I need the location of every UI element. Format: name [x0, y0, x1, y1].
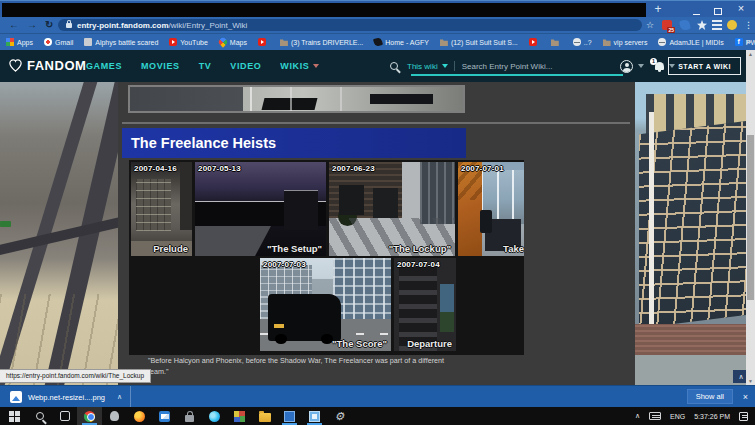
heist-card-the-score[interactable]: 2007-07-03 "The Score" [260, 258, 391, 351]
back-button[interactable]: ← [9, 17, 19, 33]
edge-icon [209, 411, 220, 422]
section-divider [122, 122, 630, 124]
page-scrollbar[interactable]: ▲ ▼ [746, 50, 755, 385]
heist-card-the-lockup[interactable]: 2007-06-23 "The Lockup" [329, 162, 455, 256]
heist-card-departure[interactable]: 2007-07-04 Departure [394, 258, 456, 351]
download-item[interactable]: Webp.net-resizei....png ∧ [10, 386, 122, 408]
menu-icon[interactable]: ⋮ [744, 17, 753, 33]
system-tray: ∧ ENG 5:37:26 PM [635, 407, 755, 425]
notifications-bell-icon[interactable]: 1 [655, 62, 664, 70]
forward-button[interactable]: → [27, 17, 37, 33]
heist-card-the-setup[interactable]: 2007-05-13 "The Setup" [195, 162, 326, 256]
download-expand-icon[interactable]: ∧ [117, 393, 122, 401]
bookmark-item[interactable]: Apps [6, 38, 33, 46]
bookmark-item[interactable]: Home - AGFY [374, 38, 429, 46]
taskbar-colorful-app-button[interactable] [227, 407, 252, 425]
bookmark-item[interactable]: vip servers [603, 38, 648, 46]
facebook-icon [735, 38, 743, 46]
bookmark-item[interactable] [551, 38, 562, 46]
list-extension-icon[interactable] [712, 20, 722, 30]
tab-strip-redacted[interactable] [2, 3, 646, 18]
article-image-partial[interactable] [128, 85, 465, 113]
close-shelf-icon[interactable]: × [743, 386, 748, 408]
bookmark-item[interactable]: Maps [219, 38, 247, 46]
scrollbar-down-icon[interactable]: ▼ [746, 377, 755, 385]
user-avatar-icon[interactable] [620, 60, 633, 73]
section-header: The Freelance Heists [122, 128, 466, 158]
gmail-icon [44, 38, 52, 46]
new-tab-button[interactable]: + [651, 2, 665, 17]
search-icon[interactable] [390, 62, 398, 70]
bookmark-label: Gmail [55, 39, 73, 46]
bookmark-item[interactable] [529, 38, 540, 46]
bookmark-item[interactable]: AdamJLE | MIDIs [658, 38, 723, 46]
heist-label: Departure [407, 338, 452, 349]
taskbar-lock-app-button[interactable] [177, 407, 202, 425]
address-bar[interactable]: entry-point.fandom.com /wiki/Entry_Point… [58, 19, 642, 31]
maps-pin-icon [217, 36, 228, 47]
clock[interactable]: 5:37:26 PM [694, 413, 730, 420]
maximize-button[interactable] [708, 1, 728, 18]
heist-date: 2007-07-03 [263, 260, 306, 269]
fandom-logo[interactable]: FANDOM [8, 58, 86, 73]
bookmark-item[interactable]: PW [735, 38, 755, 46]
search-input[interactable]: Search Entry Point Wiki... [462, 62, 553, 71]
taskbar-edge-button[interactable] [202, 407, 227, 425]
chevron-down-icon[interactable] [638, 64, 644, 68]
nav-video[interactable]: VIDEO [230, 61, 261, 71]
minimize-button[interactable] [686, 1, 706, 18]
bookmark-item[interactable] [258, 38, 269, 46]
profile-avatar-icon[interactable] [727, 20, 737, 30]
fandom-nav: GAMES MOVIES TV VIDEO WIKIS [86, 50, 319, 82]
taskbar-lightbulb-button[interactable] [102, 407, 127, 425]
nav-tv[interactable]: TV [199, 61, 212, 71]
nav-wikis-label: WIKIS [280, 61, 309, 71]
nav-movies[interactable]: MOVIES [141, 61, 180, 71]
taskbar-mail-button[interactable] [152, 407, 177, 425]
reload-button[interactable]: ↻ [45, 17, 53, 33]
taskbar-firefox-button[interactable] [127, 407, 152, 425]
bookmark-item[interactable]: Gmail [44, 38, 73, 46]
bookmark-item[interactable]: Alphys battle scared [84, 38, 158, 46]
notification-center-icon[interactable] [739, 412, 748, 421]
heist-date: 2007-07-01 [461, 164, 504, 173]
taskbar-search-button[interactable] [27, 407, 52, 425]
show-all-downloads-button[interactable]: Show all [687, 389, 733, 404]
nav-wikis[interactable]: WIKIS [280, 61, 319, 71]
bookmark-label: Maps [230, 39, 247, 46]
taskbar-settings-button[interactable]: ⚙ [327, 407, 352, 425]
bookmark-label: Home - AGFY [385, 39, 429, 46]
touch-keyboard-icon[interactable] [649, 412, 661, 420]
bookmark-item[interactable]: (3) Trains DRIVERLE... [280, 38, 363, 46]
taskbar-chrome-button[interactable] [77, 407, 102, 425]
close-window-button[interactable]: × [731, 1, 751, 18]
tray-expand-icon[interactable]: ∧ [635, 412, 640, 420]
taskbar-start-button[interactable] [2, 407, 27, 425]
fandom-logo-text: FANDOM [27, 58, 86, 73]
star-extension-icon[interactable] [697, 20, 707, 30]
taskbar-file-explorer-button[interactable] [252, 407, 277, 425]
scrollbar-thumb[interactable] [747, 135, 754, 300]
bookmark-item[interactable]: (12) Suit Suit Suit S... [440, 38, 518, 46]
search-underline [411, 74, 623, 76]
heist-card-prelude[interactable]: 2007-04-16 Prelude [131, 162, 192, 256]
bookmark-item[interactable]: ..? [573, 38, 592, 46]
bookmarks-overflow-icon[interactable]: » [746, 34, 751, 50]
search-scope-dropdown[interactable]: This wiki [407, 62, 438, 71]
bookmark-item[interactable]: YouTube [169, 38, 208, 46]
windows-taskbar: ⚙ ∧ ENG 5:37:26 PM [0, 407, 755, 425]
pen-extension-icon[interactable] [679, 19, 691, 31]
youtube-icon [258, 38, 266, 46]
adblock-extension-icon[interactable]: 25 [662, 20, 672, 30]
taskbar-window-app-2-button[interactable] [302, 407, 327, 425]
taskbar-task-view-button[interactable] [52, 407, 77, 425]
heist-card-take[interactable]: 2007-07-01 Take [458, 162, 524, 256]
scrollbar-up-icon[interactable]: ▲ [746, 50, 755, 58]
bookmark-label: vip servers [614, 39, 648, 46]
nav-games[interactable]: GAMES [86, 61, 122, 71]
taskbar-window-app-1-button[interactable] [277, 407, 302, 425]
start-a-wiki-button[interactable]: START A WIKI [668, 57, 741, 75]
download-shelf: Webp.net-resizei....png ∧ Show all × [0, 385, 755, 407]
language-indicator[interactable]: ENG [670, 413, 685, 420]
bookmark-star-icon[interactable]: ☆ [646, 17, 654, 33]
